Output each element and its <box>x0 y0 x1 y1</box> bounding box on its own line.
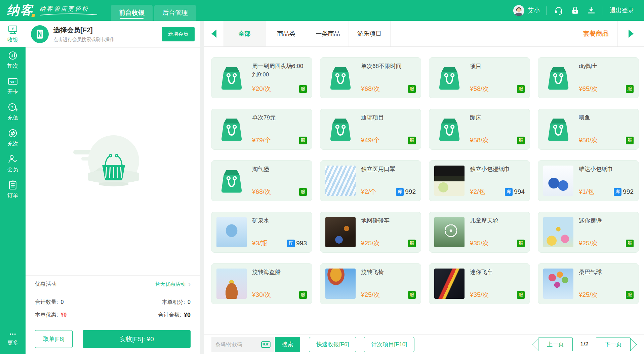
product-card[interactable]: 喂鱼¥50/次服 <box>538 109 639 150</box>
product-name: 旋转飞椅 <box>361 268 416 277</box>
empty-cart-illustration <box>73 133 153 190</box>
stock-badge: 库 <box>396 188 404 196</box>
product-name: 淘气堡 <box>252 165 307 174</box>
logo-text: 纳客 <box>7 2 34 19</box>
category-tabbar: 全部商品类一类商品游乐项目 套餐商品 <box>204 21 644 47</box>
product-card[interactable]: 蹦床¥58/次服 <box>429 109 530 150</box>
add-member-button[interactable]: 新增会员 <box>162 27 195 41</box>
triangle-right-icon <box>629 30 634 38</box>
product-photo <box>543 269 573 299</box>
sidebar-item-cashier[interactable]: ¥收银 <box>0 21 26 47</box>
member-select[interactable]: 选择会员[F2] 点击进行会员搜索或刷卡操作 新增会员 <box>26 21 200 48</box>
sidebar: ¥收银扣次VIP开卡¥充值充次会员订单 更多 <box>0 21 26 354</box>
stock-count: 994 <box>514 188 525 196</box>
keyboard-icon[interactable] <box>261 341 271 348</box>
stock-count: 992 <box>405 188 416 196</box>
product-card[interactable]: diy陶土¥65/次服 <box>538 57 639 98</box>
member-card-icon <box>31 25 49 43</box>
product-name: 迷你摆锤 <box>579 217 634 225</box>
sidebar-item-orders[interactable]: 订单 <box>0 176 26 202</box>
logout-button[interactable]: 退出登录 <box>610 6 634 14</box>
lock-icon[interactable] <box>570 6 580 15</box>
product-price: ¥2/个 <box>361 187 376 196</box>
total-qty-value: 0 <box>61 299 64 305</box>
prev-page-button[interactable]: 上一页 <box>538 338 573 351</box>
product-name: 通玩项目 <box>361 114 416 122</box>
category-tab[interactable]: 一类商品 <box>307 21 349 46</box>
support-icon[interactable] <box>554 5 564 15</box>
product-card[interactable]: 独立医用口罩¥2/个库992 <box>320 160 421 201</box>
topbar-tab-front-cashier[interactable]: 前台收银 <box>111 5 153 21</box>
member-icon <box>7 154 18 165</box>
sidebar-item-recharge[interactable]: ¥充值 <box>0 99 26 125</box>
download-icon[interactable] <box>587 6 596 15</box>
category-tabs: 全部商品类一类商品游乐项目 <box>224 21 391 46</box>
product-card[interactable]: 迷你飞车¥35/次服 <box>429 263 530 304</box>
sidebar-item-members[interactable]: 会员 <box>0 150 26 176</box>
sidebar-item-deduct-times[interactable]: 扣次 <box>0 47 26 73</box>
member-select-title: 选择会员[F2] <box>53 26 162 35</box>
svg-text:VIP: VIP <box>10 80 15 83</box>
product-card[interactable]: 矿泉水¥3/瓶库993 <box>211 212 312 253</box>
promo-label: 优惠活动 <box>35 281 56 288</box>
product-card[interactable]: 通玩项目¥49/个服 <box>320 109 421 150</box>
checkout-actions: 取单[F8] 实收[F5]: ¥0 <box>26 325 200 354</box>
product-price: ¥25/次 <box>579 290 598 299</box>
product-card[interactable]: 单次68不限时间¥68/次服 <box>320 57 421 98</box>
product-card[interactable]: 迷你摆锤¥25/次服 <box>538 212 639 253</box>
product-card[interactable]: 旋转海盗船¥30/次服 <box>211 263 312 304</box>
product-card[interactable]: 桑巴气球¥25/次服 <box>538 263 639 304</box>
product-card[interactable]: 项目¥58/次服 <box>429 57 530 98</box>
count-project-button[interactable]: 计次项目[F10] <box>364 337 414 352</box>
total-amount: 合计金额: ¥0 <box>158 312 191 319</box>
more-dots-icon <box>7 330 18 338</box>
product-name: 维达小包纸巾 <box>579 165 634 174</box>
scroll-right-button[interactable] <box>617 21 644 46</box>
category-tab[interactable]: 游乐项目 <box>349 21 391 46</box>
checkout-bar: 搜索 快速收银[F6] 计次项目[F10] 上一页 1/2 下一页 <box>204 334 644 354</box>
product-name: 蹦床 <box>470 114 525 122</box>
product-price: ¥58/次 <box>470 84 489 93</box>
category-tab[interactable]: 商品类 <box>265 21 307 46</box>
topbar-tab-backend-manage[interactable]: 后台管理 <box>154 5 196 21</box>
sidebar-item-label: 扣次 <box>7 63 18 70</box>
member-select-subtitle: 点击进行会员搜索或刷卡操作 <box>53 37 162 43</box>
scroll-left-button[interactable] <box>204 21 224 46</box>
next-page-button[interactable]: 下一页 <box>596 338 631 351</box>
promo-row: 优惠活动 暂无优惠活动 › <box>26 275 200 293</box>
sidebar-item-more[interactable]: 更多 <box>0 325 26 351</box>
sidebar-item-open-vip-card[interactable]: VIP开卡 <box>0 73 26 99</box>
sidebar-item-refill-times[interactable]: 充次 <box>0 125 26 150</box>
order-icon <box>7 180 18 190</box>
product-card[interactable]: 独立小包湿纸巾¥2/包库994 <box>429 160 530 201</box>
product-price: ¥1/包 <box>579 187 594 196</box>
product-card[interactable]: 周一到周四夜场6:00到9:00¥20/次服 <box>211 57 312 98</box>
promo-link[interactable]: 暂无优惠活动 › <box>155 281 191 288</box>
slogan-underline <box>40 13 97 16</box>
search-button[interactable]: 搜索 <box>275 337 300 352</box>
stock-count: 993 <box>296 240 307 247</box>
product-card[interactable]: 地网碰碰车¥25/次服 <box>320 212 421 253</box>
shopping-bag-icon <box>325 114 356 144</box>
product-card[interactable]: 儿童摩天轮¥35/次服 <box>429 212 530 253</box>
member-panel: 选择会员[F2] 点击进行会员搜索或刷卡操作 新增会员 优 <box>26 21 200 354</box>
product-card[interactable]: 维达小包纸巾¥1/包库992 <box>538 160 639 201</box>
user-menu[interactable]: 艾小 <box>513 5 540 16</box>
product-price: ¥58/次 <box>470 136 489 145</box>
category-tab[interactable]: 全部 <box>224 21 266 46</box>
product-card[interactable]: 旋转飞椅¥25/次服 <box>320 263 421 304</box>
package-products-link[interactable]: 套餐商品 <box>583 29 609 38</box>
cashier-icon: ¥ <box>7 24 18 35</box>
chevron-right-icon: › <box>188 281 191 288</box>
charge-button[interactable]: 实收[F5]: ¥0 <box>83 330 191 348</box>
hold-order-button[interactable]: 取单[F8] <box>35 330 73 348</box>
product-card[interactable]: 淘气堡¥68/次服 <box>211 160 312 201</box>
service-badge: 服 <box>626 240 634 247</box>
product-photo <box>325 217 356 247</box>
service-badge: 服 <box>517 240 525 247</box>
barcode-input[interactable] <box>215 342 259 347</box>
product-card[interactable]: 单次79元¥79/个服 <box>211 109 312 150</box>
product-price: ¥20/次 <box>252 84 271 93</box>
quick-cashier-button[interactable]: 快速收银[F6] <box>309 337 356 352</box>
stock-badge: 库 <box>287 240 295 247</box>
